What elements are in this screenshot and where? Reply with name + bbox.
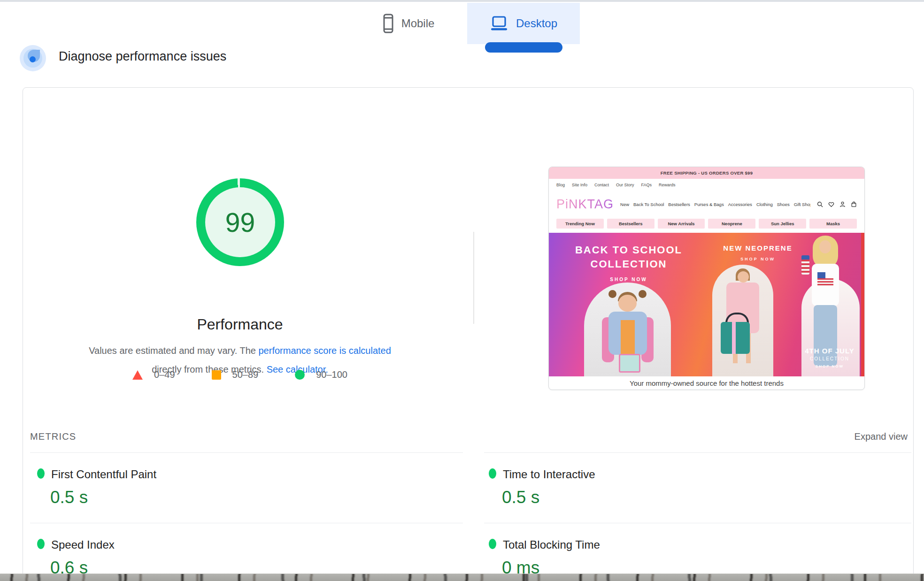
score-range-legend: 0–49 50–89 90–100	[47, 369, 432, 380]
site-tagline: Your mommy-owned source for the hottest …	[549, 376, 864, 390]
hero-left-arch-photo	[584, 283, 671, 376]
desktop-laptop-icon	[490, 16, 508, 31]
site-screenshot-thumbnail: FREE SHIPPING - US ORDERS OVER $99 Blog …	[548, 167, 865, 390]
expand-view-link[interactable]: Expand view	[855, 431, 908, 442]
metric-name-tbt: Total Blocking Time	[503, 538, 600, 551]
hero-left-cta: SHOP NOW	[558, 277, 699, 282]
pass-circle-icon	[295, 370, 305, 380]
site-shipping-banner: FREE SHIPPING - US ORDERS OVER $99	[549, 167, 864, 179]
performance-score-calc-link[interactable]: performance score is calculated	[258, 345, 391, 356]
search-icon	[817, 201, 823, 207]
divider	[30, 452, 463, 453]
site-header: PiNKTAG New Back To School Bestsellers P…	[549, 191, 864, 218]
tab-active-indicator	[485, 42, 562, 53]
hero-left-title: BACK TO SCHOOL COLLECTION	[558, 243, 699, 271]
metric-name-si: Speed Index	[51, 538, 115, 551]
lighthouse-beacon-icon	[20, 45, 46, 71]
metric-name-tti: Time to Interactive	[503, 468, 595, 481]
hero-mid-arch-photo	[712, 265, 773, 376]
tab-mobile-label: Mobile	[401, 17, 435, 30]
pagespeed-report-page: Mobile Desktop Diagnose performance issu…	[0, 0, 924, 581]
site-category-pills: Trending Now Bestsellers New Arrivals Ne…	[549, 218, 864, 233]
gauge-inner-disc: 99	[205, 187, 275, 257]
site-utility-nav: Blog Site Info Contact Our Story FAQs Re…	[549, 179, 864, 191]
heart-icon	[828, 201, 834, 207]
hero-mid-text: NEW NEOPRENE SHOP NOW	[711, 244, 805, 261]
fail-triangle-icon	[132, 370, 143, 380]
performance-report-card: 99 Performance Values are estimated and …	[23, 87, 914, 581]
tab-desktop-label: Desktop	[516, 17, 557, 30]
site-main-nav: New Back To School Bestsellers Purses & …	[620, 202, 810, 207]
site-header-icons	[817, 201, 857, 207]
hero-mid-title: NEW NEOPRENE	[711, 244, 805, 252]
hero-right-subtitle: COLLECTION	[801, 356, 858, 361]
metric-value-tti: 0.5 s	[502, 488, 539, 507]
performance-score-gauge[interactable]: 99	[196, 178, 284, 266]
divider	[484, 523, 911, 523]
metrics-section-title: METRICS	[30, 431, 76, 442]
metric-value-fcp: 0.5 s	[50, 488, 88, 507]
top-divider-strip	[0, 0, 924, 2]
user-icon	[839, 201, 846, 207]
legend-item-average: 50–89	[212, 369, 259, 380]
metric-status-dot-tbt	[489, 539, 496, 549]
metric-status-dot-si	[37, 539, 45, 549]
site-logo: PiNKTAG	[556, 197, 614, 212]
hero-left-text: BACK TO SCHOOL COLLECTION SHOP NOW	[558, 243, 699, 282]
site-hero-banner: BACK TO SCHOOL COLLECTION SHOP NOW NEW N…	[549, 233, 864, 376]
hero-right-text: 4TH OF JULY COLLECTION SHOP NOW	[801, 347, 858, 368]
hero-red-edge	[861, 233, 864, 376]
hero-mid-cta: SHOP NOW	[711, 257, 805, 261]
page-title: Diagnose performance issues	[59, 49, 226, 64]
legend-item-pass: 90–100	[295, 369, 347, 380]
mobile-phone-icon	[383, 13, 394, 34]
metric-status-dot-fcp	[37, 468, 45, 479]
divider	[484, 452, 911, 453]
tab-desktop[interactable]: Desktop	[467, 3, 580, 44]
metric-status-dot-tti	[489, 468, 496, 479]
metric-name-fcp: First Contentful Paint	[51, 468, 156, 481]
average-square-icon	[212, 370, 221, 380]
divider	[30, 523, 463, 523]
bag-icon	[851, 201, 857, 207]
hero-right-title: 4TH OF JULY	[801, 347, 858, 355]
performance-score-value: 99	[225, 207, 255, 238]
screenshot-cutoff-artifact	[0, 573, 924, 581]
tab-mobile[interactable]: Mobile	[362, 3, 455, 44]
legend-item-fail: 0–49	[132, 369, 175, 380]
performance-score-label: Performance	[99, 316, 381, 333]
hero-right-cta: SHOP NOW	[801, 364, 858, 368]
gauge-screenshot-divider	[473, 232, 474, 324]
disclaimer-line-1: Values are estimated and may vary. The p…	[47, 341, 432, 360]
